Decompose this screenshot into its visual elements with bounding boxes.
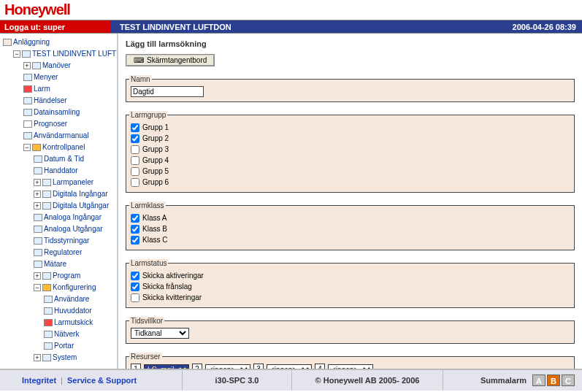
- sidebar-tree[interactable]: Anläggning −TEST LINDINVENT LUFTDON +Man…: [0, 34, 118, 369]
- content-heading: Lägg till larmsökning: [126, 39, 575, 48]
- tree-digout[interactable]: +Digitala Utgångar: [34, 200, 117, 212]
- legend-tidsvillkor: Tidsvillkor: [129, 317, 164, 325]
- select-res-1[interactable]: LC_mail: [144, 364, 189, 369]
- tree-kontrollpanel[interactable]: −Kontrollpanel: [23, 142, 117, 153]
- chk-grupp6[interactable]: [131, 178, 139, 187]
- legend-namn: Namn: [129, 75, 152, 83]
- chk-grupp4[interactable]: [131, 156, 139, 165]
- tree-datum-tid[interactable]: Datum & Tid: [34, 153, 117, 165]
- tree-matare[interactable]: Mätare: [34, 258, 117, 270]
- tree-program[interactable]: +Program: [34, 270, 117, 282]
- tree-natverk[interactable]: Nätverk: [44, 328, 117, 340]
- tree-anvandare[interactable]: Användare: [44, 293, 117, 305]
- group-larmklass: Larmklass Klass A Klass B Klass C: [126, 201, 575, 250]
- tree-larmutskick[interactable]: Larmutskick: [44, 317, 117, 328]
- alarm-c[interactable]: C: [562, 374, 575, 386]
- tree-huvuddator[interactable]: Huvuddator: [44, 305, 117, 317]
- legend-resurser: Resurser: [129, 353, 162, 361]
- tree-regulatorer[interactable]: Regulatorer: [34, 247, 117, 258]
- page-title-bar: TEST LINDINVENT LUFTDON: [111, 20, 480, 33]
- alarm-a[interactable]: A: [532, 374, 545, 386]
- legend-larmstatus: Larmstatus: [129, 259, 168, 267]
- chk-grupp3[interactable]: [131, 145, 139, 154]
- tree-larmpaneler[interactable]: +Larmpaneler: [34, 177, 117, 188]
- tree-handdator[interactable]: Handdator: [34, 165, 117, 177]
- datetime: 2006-04-26 08:39: [480, 20, 582, 33]
- chk-franslag[interactable]: [131, 283, 139, 291]
- group-namn: Namn: [126, 75, 575, 102]
- link-support[interactable]: Service & Support: [67, 376, 137, 385]
- footer-version: i30-SPC 3.0: [183, 370, 292, 391]
- select-tidsvillkor[interactable]: Tidkanal: [131, 328, 189, 339]
- group-larmstatus: Larmstatus Skicka aktiveringar Skicka fr…: [126, 259, 575, 308]
- footer-copyright: © Honeywell AB 2005- 2006: [292, 370, 443, 391]
- tree-manover[interactable]: +Manöver: [23, 60, 117, 72]
- tree-tidsstyr[interactable]: Tidsstyrningar: [34, 235, 117, 247]
- select-res-2[interactable]: <ingen>: [205, 364, 250, 369]
- brand-logo: Honeywell: [4, 1, 70, 18]
- res-num-2: 2: [192, 364, 202, 369]
- tree-digin[interactable]: +Digitala Ingångar: [34, 188, 117, 200]
- keyboard-icon: ⌨: [134, 56, 144, 64]
- chk-aktiveringar[interactable]: [131, 272, 139, 280]
- tree-anvandarmanual[interactable]: Användarmanual: [23, 130, 117, 142]
- name-input[interactable]: [131, 86, 204, 97]
- tree-system[interactable]: +System: [34, 352, 117, 364]
- tree-menyer[interactable]: Menyer: [23, 72, 117, 83]
- tree-handelser[interactable]: Händelser: [23, 95, 117, 107]
- legend-larmklass: Larmklass: [129, 201, 166, 210]
- group-resurser: Resurser 1 LC_mail 2 <ingen> 3 <ingen> 4…: [126, 353, 575, 369]
- chk-grupp2[interactable]: [131, 134, 139, 143]
- legend-larmgrupp: Larmgrupp: [129, 111, 167, 119]
- chk-grupp5[interactable]: [131, 167, 139, 176]
- chk-kvitteringar[interactable]: [131, 293, 139, 302]
- group-tidsvillkor: Tidsvillkor Tidkanal: [126, 317, 575, 344]
- res-num-4: 4: [315, 364, 325, 369]
- tree-site[interactable]: −TEST LINDINVENT LUFTDON: [13, 48, 117, 60]
- chk-grupp1[interactable]: [131, 123, 139, 132]
- select-res-4[interactable]: <ingen>: [328, 364, 373, 369]
- tree-anain[interactable]: Analoga Ingångar: [34, 212, 117, 223]
- logout-bar[interactable]: Logga ut: super: [0, 20, 111, 33]
- res-num-3: 3: [253, 364, 264, 369]
- select-res-3[interactable]: <ingen>: [267, 364, 312, 369]
- tree-larm[interactable]: Larm: [23, 83, 117, 95]
- tree-prognoser[interactable]: Prognoser: [23, 118, 117, 130]
- link-integritet[interactable]: Integritet: [22, 376, 56, 385]
- tree-konfigurering[interactable]: −Konfigurering: [34, 282, 117, 293]
- res-num-1: 1: [131, 364, 141, 369]
- onscreen-keyboard-button[interactable]: ⌨ Skärmtangentbord: [126, 54, 215, 66]
- chk-klassa[interactable]: [131, 214, 139, 223]
- summalarm-label: Summalarm: [480, 376, 527, 385]
- tree-datainsamling[interactable]: Datainsamling: [23, 107, 117, 118]
- footer: Integritet | Service & Support i30-SPC 3…: [0, 369, 582, 391]
- chk-klassb[interactable]: [131, 225, 139, 234]
- tree-portar[interactable]: Portar: [44, 340, 117, 352]
- alarm-b[interactable]: B: [547, 374, 560, 386]
- tree-anaout[interactable]: Analoga Utgångar: [34, 223, 117, 235]
- content-area: Lägg till larmsökning ⌨ Skärmtangentbord…: [118, 34, 582, 369]
- chk-klassc[interactable]: [131, 236, 139, 245]
- tree-root[interactable]: Anläggning: [3, 36, 117, 48]
- group-larmgrupp: Larmgrupp Grupp 1 Grupp 2 Grupp 3 Grupp …: [126, 111, 575, 193]
